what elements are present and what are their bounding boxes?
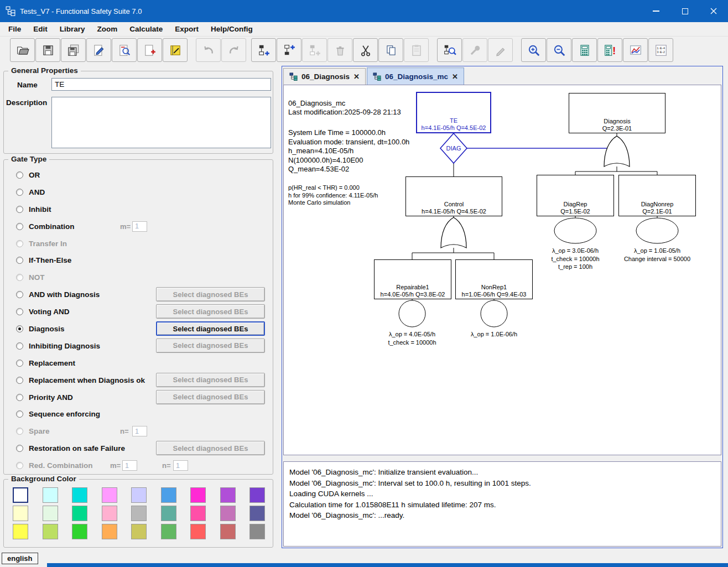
notes-button[interactable] xyxy=(163,38,188,62)
menu-calculate[interactable]: Calculate xyxy=(123,25,169,33)
language-selector[interactable]: english xyxy=(2,553,38,564)
color-swatch[interactable] xyxy=(43,506,58,521)
gate-type-option-if-then-else[interactable]: If-Then-Else xyxy=(4,252,273,269)
color-swatch[interactable] xyxy=(190,487,206,503)
radio-icon[interactable] xyxy=(16,171,23,179)
radio-icon[interactable] xyxy=(16,206,23,213)
color-swatch[interactable] xyxy=(13,506,28,521)
color-swatch[interactable] xyxy=(190,524,206,539)
edit-properties-button[interactable] xyxy=(86,38,111,62)
radio-icon[interactable] xyxy=(16,325,23,332)
description-input[interactable] xyxy=(51,97,271,148)
te-node[interactable]: TE h=4.1E-05/h Q=4.5E-02 xyxy=(416,92,491,133)
color-swatch[interactable] xyxy=(161,524,176,539)
menu-library[interactable]: Library xyxy=(54,25,91,33)
color-swatch[interactable] xyxy=(72,487,87,503)
radio-icon[interactable] xyxy=(16,257,23,264)
calculate-forced-button[interactable]: ! xyxy=(597,38,622,62)
maximize-button[interactable] xyxy=(670,0,699,22)
gate-type-option-voting-and[interactable]: Voting ANDSelect diagnosed BEs xyxy=(4,303,273,320)
save-all-button[interactable] xyxy=(61,38,86,62)
color-swatch[interactable] xyxy=(131,524,147,539)
tab-close-icon[interactable]: ✕ xyxy=(452,72,458,81)
basic-event-diagnonrep[interactable] xyxy=(636,218,678,243)
color-swatch[interactable] xyxy=(249,524,265,539)
basic-event-repairable1[interactable] xyxy=(399,300,425,327)
color-swatch[interactable] xyxy=(249,487,265,503)
find-node-button[interactable] xyxy=(437,38,462,62)
color-swatch[interactable] xyxy=(13,487,28,503)
radio-icon[interactable] xyxy=(16,410,23,418)
color-swatch[interactable] xyxy=(220,524,236,539)
color-swatch[interactable] xyxy=(220,506,236,521)
cut-button[interactable] xyxy=(353,38,378,62)
zoom-in-button[interactable] xyxy=(521,38,546,62)
name-input[interactable] xyxy=(51,78,271,91)
basic-event-diagrep[interactable] xyxy=(554,218,596,243)
gate-type-option-combination[interactable]: Combinationm= xyxy=(4,218,273,235)
or-gate-control[interactable] xyxy=(441,217,466,248)
numeric-settings-button[interactable]: 1·E-43·E-2 xyxy=(648,38,673,62)
color-swatch[interactable] xyxy=(220,487,236,503)
calculate-button[interactable] xyxy=(572,38,597,62)
log-panel[interactable]: Model '06_Diagnosis_mc': Initialize tran… xyxy=(283,461,721,547)
radio-icon[interactable] xyxy=(16,291,23,298)
close-button[interactable] xyxy=(699,0,728,22)
zoom-out-button[interactable] xyxy=(547,38,571,62)
menu-zoom[interactable]: Zoom xyxy=(91,25,124,33)
basic-event-nonrep1[interactable] xyxy=(481,300,507,327)
results-chart-button[interactable] xyxy=(623,38,648,62)
radio-icon[interactable] xyxy=(16,377,23,384)
gate-type-option-or[interactable]: OR xyxy=(4,167,273,184)
radio-icon[interactable] xyxy=(16,223,23,230)
gate-type-option-inhibit[interactable]: Inhibit xyxy=(4,201,273,218)
menu-help-config[interactable]: Help/Config xyxy=(205,25,259,33)
color-swatch[interactable] xyxy=(161,506,176,521)
control-node[interactable]: Control h=4.1E-05/h Q=4.5E-02 xyxy=(405,176,502,216)
gate-type-option-inhibiting-diagnosis[interactable]: Inhibiting DiagnosisSelect diagnosed BEs xyxy=(4,337,273,355)
radio-icon[interactable] xyxy=(16,394,23,401)
combination-m-input[interactable] xyxy=(132,221,147,232)
menu-edit[interactable]: Edit xyxy=(27,25,54,33)
radio-icon[interactable] xyxy=(16,360,23,367)
gate-type-option-restoration-on-safe-failure[interactable]: Restoration on safe FailureSelect diagno… xyxy=(4,440,273,457)
minimize-button[interactable] xyxy=(642,0,670,22)
new-variant-button[interactable] xyxy=(137,38,162,62)
tab-06-diagnosis-mc[interactable]: 06_Diagnosis_mc ✕ xyxy=(367,67,464,85)
radio-icon[interactable] xyxy=(16,189,23,196)
gate-type-option-priority-and[interactable]: Priority ANDSelect diagnosed BEs xyxy=(4,389,273,406)
color-swatch[interactable] xyxy=(131,487,147,503)
color-swatch[interactable] xyxy=(43,524,58,539)
gate-type-option-replacement-when-diagnosis-ok[interactable]: Replacement when Diagnosis okSelect diag… xyxy=(4,372,273,389)
color-swatch[interactable] xyxy=(72,524,87,539)
fault-tree-canvas[interactable]: DIAG 06_Diagnosis_mc Last modification:2… xyxy=(283,85,721,455)
gate-type-option-replacement[interactable]: Replacement xyxy=(4,355,273,372)
color-swatch[interactable] xyxy=(13,524,28,539)
add-gate-above-button[interactable] xyxy=(277,38,301,62)
menu-export[interactable]: Export xyxy=(169,25,205,33)
or-gate-diagnosis[interactable] xyxy=(604,136,630,167)
save-button[interactable] xyxy=(35,38,60,62)
radio-icon[interactable] xyxy=(16,342,23,350)
diagnosis-node[interactable]: Diagnosis Q=2.3E-01 xyxy=(569,93,665,133)
color-swatch[interactable] xyxy=(72,506,87,521)
menu-file[interactable]: File xyxy=(2,25,27,33)
color-swatch[interactable] xyxy=(131,506,147,521)
tab-close-icon[interactable]: ✕ xyxy=(353,72,360,81)
color-swatch[interactable] xyxy=(102,506,117,521)
color-swatch[interactable] xyxy=(161,487,176,503)
gate-type-option-and-with-diagnosis[interactable]: AND with DiagnosisSelect diagnosed BEs xyxy=(4,286,273,303)
color-swatch[interactable] xyxy=(102,487,117,503)
nonrep1-node[interactable]: NonRep1 h=1.0E-06/h Q=9.4E-03 xyxy=(455,259,533,299)
radio-icon[interactable] xyxy=(16,308,23,315)
repairable1-node[interactable]: Repairable1 h=4.0E-05/h Q=3.8E-02 xyxy=(374,259,451,299)
add-gate-below-button[interactable] xyxy=(251,38,276,62)
color-swatch[interactable] xyxy=(102,524,117,539)
color-swatch[interactable] xyxy=(43,487,58,503)
copy-button[interactable] xyxy=(378,38,403,62)
gate-type-option-and[interactable]: AND xyxy=(4,184,273,201)
radio-icon[interactable] xyxy=(16,445,23,452)
tab-06-diagnosis[interactable]: 06_Diagnosis ✕ xyxy=(283,68,366,85)
open-button[interactable] xyxy=(10,38,35,62)
gate-type-option-sequence-enforcing[interactable]: Sequence enforcing xyxy=(4,405,273,423)
